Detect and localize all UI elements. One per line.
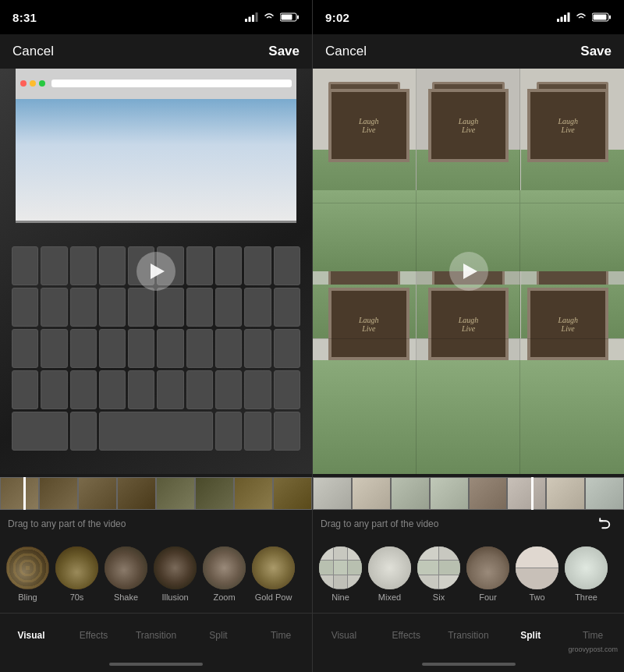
effect-label: Shake	[114, 592, 138, 602]
tab-time-left[interactable]: Time	[250, 614, 312, 656]
timeline-thumb	[78, 477, 117, 510]
drag-text-left: Drag to any part of the video	[8, 518, 126, 529]
video-area-right[interactable]: LaughLive LaughLive LaughLive LaughLive …	[313, 69, 624, 474]
key	[244, 246, 271, 285]
tab-label-effects: Effects	[80, 630, 108, 641]
key	[157, 370, 183, 409]
effect-item-70s[interactable]: 70s	[55, 546, 98, 602]
tab-transition-left[interactable]: Transition	[125, 614, 187, 656]
effect-thumb-shake	[105, 546, 147, 589]
key	[215, 246, 242, 285]
timeline-thumb	[273, 477, 312, 510]
tab-transition-right[interactable]: Transition	[438, 614, 500, 656]
effect-item-six[interactable]: Six	[417, 546, 460, 602]
cancel-button-right[interactable]: Cancel	[325, 44, 367, 59]
svg-rect-0	[245, 19, 247, 22]
key	[274, 246, 300, 285]
video-area-left[interactable]	[0, 69, 312, 474]
save-button-right[interactable]: Save	[580, 44, 612, 59]
home-bar	[109, 663, 203, 666]
tab-effects-right[interactable]: Effects	[375, 614, 438, 656]
timeline-thumb	[313, 477, 352, 510]
svg-rect-12	[609, 16, 611, 19]
key	[186, 288, 213, 327]
tab-visual-right[interactable]: Visual	[313, 614, 375, 656]
key	[41, 288, 67, 327]
ng-cell	[334, 561, 348, 575]
tab-label-split: Split	[520, 630, 541, 641]
effect-item-shake[interactable]: Shake	[105, 546, 147, 602]
timeline-thumb	[546, 477, 585, 510]
nine-grid	[319, 546, 362, 589]
effect-item-bling[interactable]: Bling	[6, 546, 49, 602]
tab-effects-left[interactable]: Effects	[62, 614, 125, 656]
undo-button[interactable]	[594, 513, 616, 535]
drag-label-area-left: Drag to any part of the video	[0, 513, 312, 535]
play-button-right[interactable]	[449, 252, 488, 291]
effect-thumb-illusion	[154, 546, 197, 589]
key	[215, 329, 242, 368]
key	[274, 370, 300, 409]
timeline-strip-left[interactable]	[0, 477, 312, 510]
key	[12, 288, 38, 327]
frame-bot-right: LaughLive	[527, 288, 608, 361]
address-bar	[51, 80, 292, 87]
key	[244, 329, 271, 368]
play-button-left[interactable]	[136, 252, 176, 291]
timeline-thumb	[585, 477, 624, 510]
effect-thumb-bling	[6, 546, 49, 589]
key	[157, 329, 183, 368]
tab-label-transition: Transition	[136, 630, 176, 641]
key	[128, 329, 154, 368]
frame-bot-left: LaughLive	[328, 288, 410, 361]
effect-item-zoom[interactable]: Zoom	[203, 546, 246, 602]
battery-icon	[280, 12, 300, 22]
frame-text: LaughLive	[558, 117, 578, 134]
effect-label: Six	[433, 592, 445, 602]
status-bar-right: 9:02	[313, 0, 624, 34]
ng-cell	[334, 575, 348, 589]
effect-item-illusion[interactable]: Illusion	[154, 546, 197, 602]
watermark: groovypost.com	[568, 645, 618, 653]
min-dot	[30, 80, 36, 87]
tab-label-effects: Effects	[392, 630, 420, 641]
top-bar-left: Cancel Save	[0, 34, 312, 69]
effect-label: Two	[529, 592, 544, 602]
tab-split-right[interactable]: Split	[499, 614, 562, 656]
effect-label: Four	[479, 592, 497, 602]
thumb-bg	[368, 546, 411, 589]
key	[70, 329, 97, 368]
thumb-bg	[565, 546, 608, 589]
effect-thumb-four	[466, 546, 509, 589]
timeline-thumb	[195, 477, 234, 510]
effect-item-four[interactable]: Four	[466, 546, 509, 602]
key	[128, 370, 154, 409]
key	[12, 246, 38, 285]
effect-item-goldpow[interactable]: Gold Pow	[252, 546, 295, 602]
svg-rect-13	[594, 15, 607, 20]
effect-item-nine[interactable]: Nine	[319, 546, 362, 602]
key	[128, 288, 154, 327]
frame-top-mid: LaughLive	[428, 89, 509, 162]
effect-item-mixed[interactable]: Mixed	[368, 546, 411, 602]
timeline-thumb	[39, 477, 78, 510]
effect-item-three[interactable]: Three	[565, 546, 608, 602]
effect-label: Three	[575, 592, 597, 602]
frame-text: LaughLive	[558, 316, 578, 333]
tab-bar-left: Visual Effects Transition Split Time	[0, 613, 312, 656]
cancel-button-left[interactable]: Cancel	[12, 44, 54, 59]
key	[244, 288, 271, 327]
effect-item-two[interactable]: Two	[516, 546, 558, 602]
effect-thumb-six	[417, 546, 460, 589]
tab-split-left[interactable]: Split	[187, 614, 250, 656]
timeline-strip-right[interactable]	[313, 477, 624, 510]
save-button-left[interactable]: Save	[268, 44, 300, 59]
max-dot	[39, 80, 45, 87]
effects-row-left: Bling 70s Shake Illusion Zoom	[0, 535, 312, 613]
key	[99, 370, 126, 409]
sg-cell	[417, 561, 438, 575]
tab-visual-left[interactable]: Visual	[0, 614, 62, 656]
drag-label-area-right: Drag to any part of the video	[313, 513, 624, 535]
effect-thumb-three	[565, 546, 608, 589]
timeline-thumb	[507, 477, 546, 510]
